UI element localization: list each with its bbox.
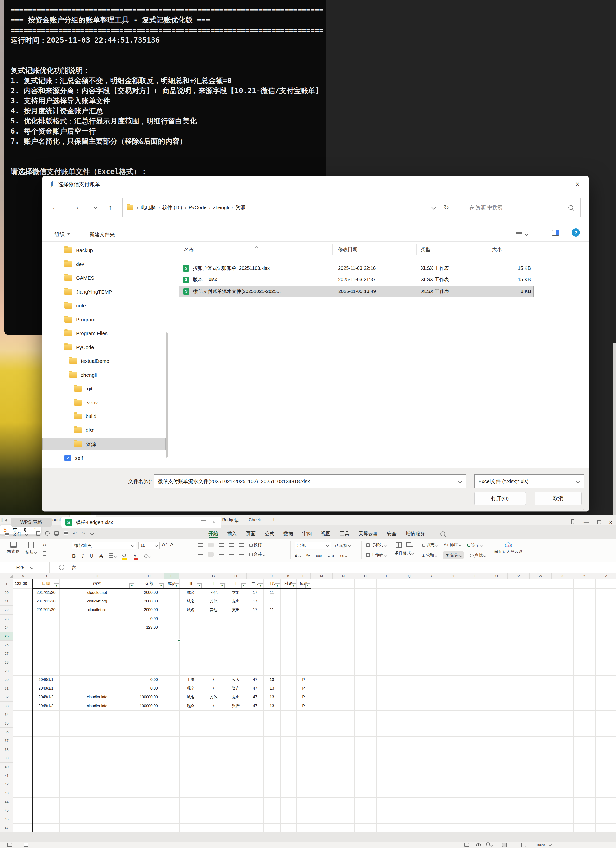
cell-D21[interactable]: 2000.00 xyxy=(135,597,164,606)
view-mode-icon[interactable] xyxy=(516,231,528,237)
share-screen-icon[interactable] xyxy=(201,520,206,525)
cell-B20[interactable]: 2017/11/20 xyxy=(33,588,59,597)
page-layout-view-icon[interactable] xyxy=(512,843,516,847)
page-break-view-icon[interactable] xyxy=(521,843,526,847)
freeze-button[interactable]: 冻结 xyxy=(467,542,483,548)
cell-H22[interactable]: 支出 xyxy=(225,606,247,614)
align-left-icon[interactable] xyxy=(198,553,203,556)
filter-icon-I1[interactable]: ▼ xyxy=(258,583,263,588)
cell-D32[interactable]: 100000.00 xyxy=(135,693,164,701)
organize-button[interactable]: 组织 xyxy=(54,228,70,241)
row-gutter-46[interactable]: 46 xyxy=(0,815,13,823)
cell-H30[interactable]: 收入 xyxy=(225,675,247,684)
column-header-name[interactable]: 名称 xyxy=(184,244,194,255)
forward-icon[interactable]: → xyxy=(70,200,82,215)
zoom-level[interactable]: 100% xyxy=(536,843,545,847)
print-preview-icon[interactable] xyxy=(64,531,68,535)
selection-mode-icon[interactable] xyxy=(486,842,493,847)
row-gutter-22[interactable]: 22 xyxy=(0,606,13,614)
row-gutter-42[interactable]: 42 xyxy=(0,780,13,789)
cancel-button[interactable]: 取消 xyxy=(535,492,582,505)
fill-button[interactable]: 填充 xyxy=(422,542,437,548)
row-gutter-37[interactable]: 37 xyxy=(0,736,13,745)
save-icon[interactable] xyxy=(36,531,40,535)
file-menu[interactable]: 文件 xyxy=(5,529,28,539)
cell-I33[interactable]: 47 xyxy=(247,702,264,710)
cell-J32[interactable]: 13 xyxy=(264,693,280,701)
column-header-Z[interactable]: Z xyxy=(595,573,616,579)
decrease-font-icon[interactable]: A⁻ xyxy=(170,541,176,549)
italic-icon[interactable]: I xyxy=(82,553,83,559)
row-gutter-38[interactable]: 38 xyxy=(0,745,13,754)
column-header-A[interactable]: A xyxy=(13,573,33,579)
convert-button[interactable]: ⇄ 转换 xyxy=(335,543,351,549)
sheet-tab-Check[interactable]: Check xyxy=(242,515,267,525)
minimize-icon[interactable]: — xyxy=(581,518,591,527)
tree-item-build[interactable]: build xyxy=(42,410,166,423)
align-middle-icon[interactable] xyxy=(208,543,214,547)
new-tab-icon[interactable]: + xyxy=(235,517,239,526)
cell-J22[interactable]: 11 xyxy=(264,606,280,614)
ribbon-tab-安全[interactable]: 安全 xyxy=(386,529,397,539)
ribbon-tab-数据[interactable]: 数据 xyxy=(283,529,294,539)
tree-item-PyCode[interactable]: PyCode xyxy=(42,341,166,354)
comma-style-icon[interactable]: 000 xyxy=(316,554,322,558)
font-color-icon[interactable]: A xyxy=(133,553,138,560)
filter-icon-H1[interactable]: ▼ xyxy=(241,583,246,588)
row-gutter-47[interactable]: 47 xyxy=(0,823,13,832)
column-header-Y[interactable]: Y xyxy=(573,573,595,579)
cell-B31[interactable]: 2048/1/1 xyxy=(33,684,59,693)
filter-button[interactable]: ▼ 筛选 xyxy=(443,551,463,559)
ribbon-tab-开始[interactable]: 开始 xyxy=(207,529,219,539)
filter-icon-L1[interactable]: ▼ xyxy=(305,583,310,588)
name-box[interactable]: E25 xyxy=(0,562,50,573)
increase-indent-icon[interactable] xyxy=(239,543,244,547)
row-gutter-40[interactable]: 40 xyxy=(0,762,13,771)
filter-icon-K1[interactable]: ▼ xyxy=(291,583,296,588)
refresh-icon[interactable]: ↻ xyxy=(444,204,449,211)
cell-B22[interactable]: 2017/11/20 xyxy=(33,606,59,614)
row-gutter-34[interactable]: 34 xyxy=(0,710,13,719)
cell-B21[interactable]: 2017/11/20 xyxy=(33,597,59,606)
ribbon-tab-增值服务[interactable]: 增值服务 xyxy=(405,529,426,539)
row-gutter-33[interactable]: 33 xyxy=(0,702,13,710)
font-name-select[interactable]: 微软雅黑 xyxy=(72,541,136,549)
search-icon[interactable] xyxy=(569,205,573,210)
sort-button[interactable]: A↓ 排序 xyxy=(444,542,461,548)
row-gutter-45[interactable]: 45 xyxy=(0,806,13,815)
preview-pane-icon[interactable] xyxy=(552,230,559,236)
ribbon-tab-公式[interactable]: 公式 xyxy=(264,529,275,539)
row-gutter-35[interactable]: 35 xyxy=(0,719,13,728)
row-gutter-41[interactable]: 41 xyxy=(0,771,13,780)
tree-item-Program-Files[interactable]: Program Files xyxy=(42,327,166,339)
align-bottom-icon[interactable] xyxy=(219,543,224,547)
row-gutter-44[interactable]: 44 xyxy=(0,798,13,806)
distribute-icon[interactable] xyxy=(239,553,244,556)
cell-J20[interactable]: 11 xyxy=(264,588,280,597)
tree-item--venv[interactable]: .venv xyxy=(42,396,166,409)
ribbon-tab-工具[interactable]: 工具 xyxy=(339,529,350,539)
breadcrumb-item[interactable]: zhengli xyxy=(212,205,231,210)
cell-F22[interactable]: 域名 xyxy=(179,606,202,614)
column-header-date[interactable]: 修改日期 xyxy=(338,244,357,255)
column-header-type[interactable]: 类型 xyxy=(421,244,431,255)
cut-icon[interactable]: ✂ xyxy=(43,543,46,548)
cell-B33[interactable]: 2048/1/2 xyxy=(33,702,59,710)
cell-G20[interactable]: 其他 xyxy=(202,588,225,597)
backup-icon[interactable] xyxy=(45,531,50,535)
up-icon[interactable]: ↑ xyxy=(104,200,117,215)
breadcrumb-item[interactable]: PyCode xyxy=(187,205,208,210)
cell-D30[interactable]: 0.00 xyxy=(135,675,164,684)
cell-L32[interactable]: P xyxy=(296,693,311,701)
outline-status-icon[interactable] xyxy=(24,843,28,847)
file-row[interactable]: S微信支付账单流水文件(20251021-2025...2025-11-03 1… xyxy=(179,286,534,297)
cell-style-icon[interactable] xyxy=(406,542,413,548)
filter-icon-E1[interactable]: ▼ xyxy=(174,583,179,588)
column-header-O[interactable]: O xyxy=(354,573,376,579)
cell-G30[interactable]: / xyxy=(202,675,225,684)
row-gutter-24[interactable]: 24 xyxy=(0,623,13,632)
breadcrumb-item[interactable]: 软件 (D:) xyxy=(161,205,184,210)
cell-C33[interactable]: cloudlet.info xyxy=(59,702,135,710)
zoom-out-icon[interactable]: — xyxy=(555,842,559,847)
help-icon[interactable]: ? xyxy=(572,228,580,237)
